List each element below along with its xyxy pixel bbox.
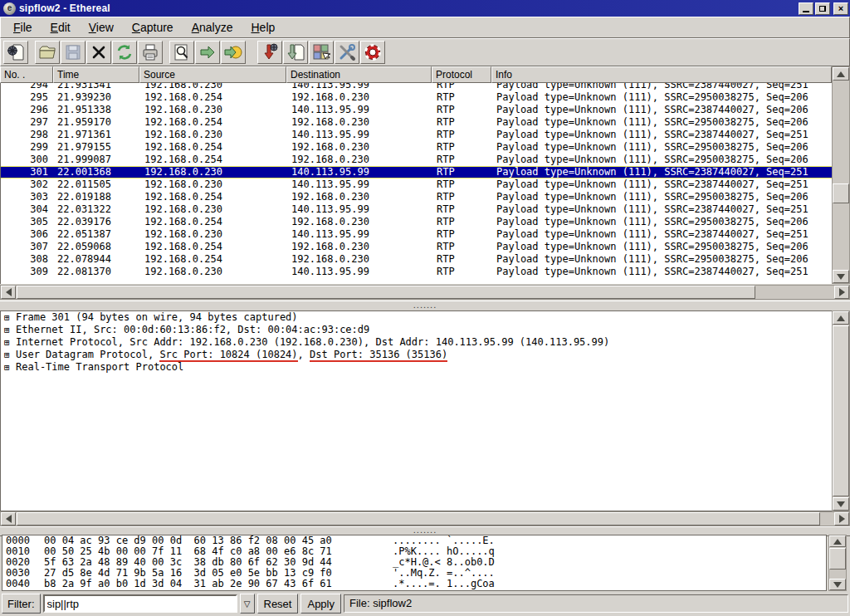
apply-button[interactable]: Apply [300,594,341,614]
packet-list-vscrollbar[interactable] [832,66,850,284]
detail-ethernet-row[interactable]: ⊞Ethernet II, Src: 00:0d:60:13:86:f2, Ds… [1,324,832,336]
expand-icon[interactable]: ⊞ [4,311,16,324]
scroll-up-button[interactable] [833,67,849,81]
vscroll-thumb[interactable] [833,325,849,496]
table-row[interactable]: 294 21.931341 192.168.0.230 140.113.95.9… [1,83,832,91]
column-header-source[interactable]: Source [139,66,286,83]
cell-time: 21.999087 [54,154,140,166]
hscroll-thumb[interactable] [17,512,820,526]
cell-protocol: RTP [432,266,492,278]
table-row[interactable]: 307 22.059068 192.168.0.254 192.168.0.23… [1,241,832,253]
preferences-button[interactable] [335,41,359,64]
cell-destination: 140.113.95.99 [287,104,432,116]
cell-destination: 192.168.0.230 [287,141,432,154]
display-filter-button[interactable] [283,41,308,64]
close-button[interactable]: × [833,2,848,15]
detail-ip-row[interactable]: ⊞Internet Protocol, Src Addr: 192.168.0.… [1,336,832,349]
column-header-no[interactable]: No. . [0,66,53,83]
table-row[interactable]: 309 22.081370 192.168.0.230 140.113.95.9… [1,266,832,278]
menu-item[interactable]: Analyze [184,18,241,37]
forward-arrow-icon [198,43,217,61]
cell-info: Payload type=Unknown (111), SSRC=2950038… [492,141,832,154]
scroll-right-button[interactable] [834,512,849,526]
detail-rtp-row[interactable]: ⊞Real-Time Transport Protocol [1,361,832,374]
expand-icon[interactable]: ⊞ [4,336,16,349]
hex-vscrollbar[interactable] [828,535,847,591]
restore-button[interactable] [815,2,830,15]
table-row[interactable]: 308 22.078944 192.168.0.254 192.168.0.23… [1,253,832,266]
cell-info: Payload type=Unknown (111), SSRC=2950038… [492,191,832,203]
table-row[interactable]: 298 21.971361 192.168.0.230 140.113.95.9… [1,129,832,141]
go-forward-button[interactable] [195,41,220,64]
column-header-destination[interactable]: Destination [286,66,432,83]
cell-protocol: RTP [432,116,492,129]
detail-udp-row[interactable]: ⊞User Datagram Protocol, Src Port: 10824… [1,349,832,361]
minimize-button[interactable] [799,2,813,15]
menu-item[interactable]: View [81,18,121,37]
expand-icon[interactable]: ⊞ [4,349,16,361]
table-row[interactable]: 304 22.031322 192.168.0.230 140.113.95.9… [1,203,832,216]
open-button[interactable] [35,41,60,64]
hex-ascii: .*....=. 1...gCoa [393,579,826,589]
print-button[interactable] [138,41,163,64]
filter-button[interactable]: Filter: [2,594,41,614]
scroll-up-button[interactable] [829,535,846,547]
title-bar[interactable]: e sipflow2 - Ethereal × [0,0,850,17]
go-to-packet-button[interactable] [221,41,246,64]
scroll-left-button[interactable] [1,286,16,299]
detail-frame-row[interactable]: ⊞Frame 301 (94 bytes on wire, 94 bytes c… [1,311,832,324]
menu-item[interactable]: Help [243,18,282,37]
scroll-up-icon [837,71,845,77]
close-capture-button[interactable] [86,41,111,64]
save-button[interactable] [61,41,85,64]
capture-filter-button[interactable] [257,41,282,64]
scroll-down-button[interactable] [829,579,846,590]
cell-destination: 192.168.0.230 [287,154,432,166]
coloring-rules-button[interactable] [309,41,334,64]
reset-button[interactable]: Reset [257,594,299,614]
vscroll-thumb[interactable] [833,183,849,203]
cell-no: 297 [1,116,54,129]
reload-button[interactable] [112,41,137,64]
column-header-info[interactable]: Info [491,66,832,83]
expand-icon[interactable]: ⊞ [4,361,16,374]
filter-dropdown-button[interactable]: ▽ [240,594,255,614]
cell-no: 306 [1,228,54,241]
find-button[interactable] [169,41,194,64]
table-row[interactable]: 303 22.019188 192.168.0.254 192.168.0.23… [1,191,832,203]
cell-protocol: RTP [432,91,492,104]
table-row[interactable]: 300 21.999087 192.168.0.254 192.168.0.23… [1,154,832,166]
scroll-down-button[interactable] [833,497,849,511]
expand-icon[interactable]: ⊞ [4,324,16,336]
filter-input[interactable] [43,594,237,613]
menu-item[interactable]: Edit [43,18,78,37]
table-row[interactable]: 299 21.979155 192.168.0.254 192.168.0.23… [1,141,832,154]
cell-protocol: RTP [432,166,492,178]
detail-vscrollbar[interactable] [832,310,850,511]
scroll-right-button[interactable] [834,286,849,299]
help-button[interactable] [360,41,385,64]
table-row[interactable]: 301 22.001368 192.168.0.230 140.113.95.9… [1,166,832,178]
cell-time: 22.078944 [54,253,140,266]
vscroll-thumb[interactable] [829,548,846,570]
cell-destination: 140.113.95.99 [287,166,432,178]
table-row[interactable]: 297 21.959170 192.168.0.254 192.168.0.23… [1,116,832,129]
table-row[interactable]: 295 21.939230 192.168.0.254 192.168.0.23… [1,91,832,104]
new-capture-button[interactable] [3,41,28,64]
menu-item[interactable]: Capture [125,18,181,37]
column-header-time[interactable]: Time [53,66,139,83]
scroll-down-button[interactable] [833,270,849,283]
toolbar [0,38,850,66]
column-header-protocol[interactable]: Protocol [432,66,491,83]
table-row[interactable]: 305 22.039176 192.168.0.254 192.168.0.23… [1,216,832,228]
cell-no: 295 [1,91,54,104]
table-row[interactable]: 302 22.011505 192.168.0.230 140.113.95.9… [1,178,832,191]
scroll-up-button[interactable] [833,311,849,325]
packet-list-hscrollbar[interactable] [0,285,850,300]
menu-item[interactable]: File [6,18,40,37]
table-row[interactable]: 296 21.951338 192.168.0.230 140.113.95.9… [1,104,832,116]
table-row[interactable]: 306 22.051387 192.168.0.230 140.113.95.9… [1,228,832,241]
scroll-left-button[interactable] [1,512,16,526]
hex-row[interactable]: 0040 b8 2a 9f a0 b0 1d 3d 04 31 ab 2e 90… [2,579,826,589]
hscroll-thumb[interactable] [17,286,755,299]
